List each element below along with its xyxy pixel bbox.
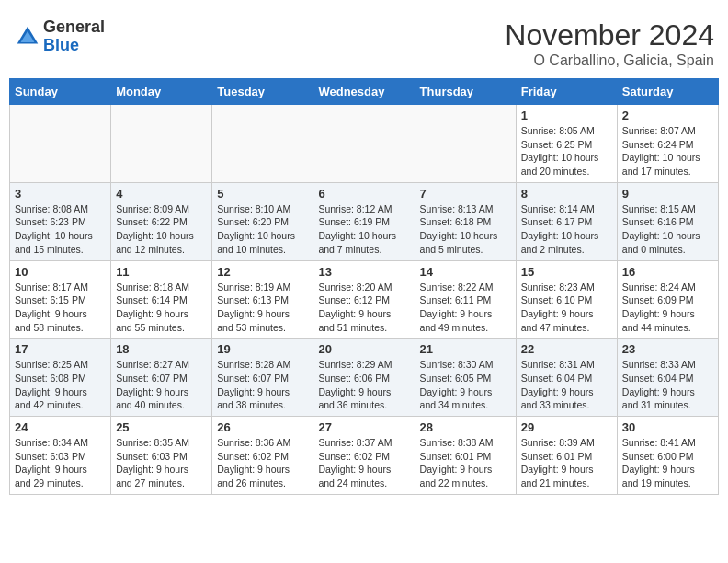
- calendar-cell: 27Sunrise: 8:37 AM Sunset: 6:02 PM Dayli…: [313, 417, 415, 495]
- calendar-cell: [415, 105, 516, 183]
- calendar-cell: 7Sunrise: 8:13 AM Sunset: 6:18 PM Daylig…: [415, 182, 516, 260]
- week-row-2: 3Sunrise: 8:08 AM Sunset: 6:23 PM Daylig…: [10, 182, 719, 260]
- calendar-cell: 22Sunrise: 8:31 AM Sunset: 6:04 PM Dayli…: [516, 339, 617, 417]
- day-info: Sunrise: 8:22 AM Sunset: 6:11 PM Dayligh…: [420, 281, 511, 335]
- day-info: Sunrise: 8:12 AM Sunset: 6:19 PM Dayligh…: [318, 202, 409, 257]
- week-row-3: 10Sunrise: 8:17 AM Sunset: 6:15 PM Dayli…: [10, 260, 719, 339]
- calendar-cell: 17Sunrise: 8:25 AM Sunset: 6:08 PM Dayli…: [10, 339, 111, 417]
- day-info: Sunrise: 8:27 AM Sunset: 6:07 PM Dayligh…: [116, 358, 207, 412]
- day-info: Sunrise: 8:25 AM Sunset: 6:08 PM Dayligh…: [15, 358, 106, 412]
- day-number: 1: [521, 109, 612, 122]
- logo-text: General Blue: [43, 18, 105, 55]
- title-section: November 2024 O Carballino, Galicia, Spa…: [505, 18, 714, 69]
- day-number: 11: [116, 265, 207, 279]
- logo-icon: [14, 23, 41, 51]
- day-info: Sunrise: 8:17 AM Sunset: 6:15 PM Dayligh…: [15, 281, 106, 335]
- location: O Carballino, Galicia, Spain: [505, 52, 714, 69]
- weekday-header-monday: Monday: [111, 79, 212, 105]
- day-info: Sunrise: 8:37 AM Sunset: 6:02 PM Dayligh…: [318, 436, 409, 490]
- weekday-header-wednesday: Wednesday: [313, 79, 415, 105]
- day-number: 4: [116, 187, 207, 201]
- day-info: Sunrise: 8:14 AM Sunset: 6:17 PM Dayligh…: [521, 202, 612, 257]
- calendar-cell: 15Sunrise: 8:23 AM Sunset: 6:10 PM Dayli…: [516, 260, 617, 339]
- day-info: Sunrise: 8:23 AM Sunset: 6:10 PM Dayligh…: [521, 281, 612, 335]
- calendar-cell: 25Sunrise: 8:35 AM Sunset: 6:03 PM Dayli…: [111, 417, 212, 495]
- day-info: Sunrise: 8:29 AM Sunset: 6:06 PM Dayligh…: [318, 358, 409, 412]
- calendar-cell: 26Sunrise: 8:36 AM Sunset: 6:02 PM Dayli…: [212, 417, 313, 495]
- day-number: 20: [318, 342, 409, 356]
- day-info: Sunrise: 8:20 AM Sunset: 6:12 PM Dayligh…: [318, 281, 409, 335]
- day-number: 13: [318, 265, 409, 279]
- day-info: Sunrise: 8:07 AM Sunset: 6:24 PM Dayligh…: [622, 124, 713, 178]
- calendar-cell: 2Sunrise: 8:07 AM Sunset: 6:24 PM Daylig…: [617, 105, 718, 183]
- day-info: Sunrise: 8:30 AM Sunset: 6:05 PM Dayligh…: [420, 358, 511, 412]
- week-row-4: 17Sunrise: 8:25 AM Sunset: 6:08 PM Dayli…: [10, 339, 719, 417]
- day-number: 17: [15, 342, 106, 356]
- day-number: 18: [116, 342, 207, 356]
- calendar-cell: 3Sunrise: 8:08 AM Sunset: 6:23 PM Daylig…: [10, 182, 111, 260]
- day-info: Sunrise: 8:34 AM Sunset: 6:03 PM Dayligh…: [15, 436, 106, 490]
- page-header: General Blue November 2024 O Carballino,…: [9, 9, 719, 74]
- day-number: 2: [622, 109, 713, 122]
- day-number: 28: [420, 420, 511, 434]
- day-info: Sunrise: 8:35 AM Sunset: 6:03 PM Dayligh…: [116, 436, 207, 490]
- day-number: 9: [622, 187, 713, 201]
- weekday-header-thursday: Thursday: [415, 79, 516, 105]
- calendar-cell: 18Sunrise: 8:27 AM Sunset: 6:07 PM Dayli…: [111, 339, 212, 417]
- calendar-cell: 20Sunrise: 8:29 AM Sunset: 6:06 PM Dayli…: [313, 339, 415, 417]
- day-info: Sunrise: 8:09 AM Sunset: 6:22 PM Dayligh…: [116, 202, 207, 257]
- weekday-header-saturday: Saturday: [617, 79, 718, 105]
- calendar-cell: 1Sunrise: 8:05 AM Sunset: 6:25 PM Daylig…: [516, 105, 617, 183]
- calendar-cell: [313, 105, 415, 183]
- day-number: 30: [622, 420, 713, 434]
- day-number: 21: [420, 342, 511, 356]
- day-number: 27: [318, 420, 409, 434]
- day-number: 15: [521, 265, 612, 279]
- day-number: 10: [15, 265, 106, 279]
- day-info: Sunrise: 8:18 AM Sunset: 6:14 PM Dayligh…: [116, 281, 207, 335]
- calendar-cell: [212, 105, 313, 183]
- calendar-cell: 30Sunrise: 8:41 AM Sunset: 6:00 PM Dayli…: [617, 417, 718, 495]
- day-info: Sunrise: 8:33 AM Sunset: 6:04 PM Dayligh…: [622, 358, 713, 412]
- day-number: 5: [217, 187, 308, 201]
- weekday-header-sunday: Sunday: [10, 79, 111, 105]
- day-number: 6: [318, 187, 409, 201]
- day-number: 16: [622, 265, 713, 279]
- day-info: Sunrise: 8:28 AM Sunset: 6:07 PM Dayligh…: [217, 358, 308, 412]
- logo-blue: Blue: [43, 37, 105, 55]
- calendar-cell: 14Sunrise: 8:22 AM Sunset: 6:11 PM Dayli…: [415, 260, 516, 339]
- day-number: 8: [521, 187, 612, 201]
- calendar-cell: 21Sunrise: 8:30 AM Sunset: 6:05 PM Dayli…: [415, 339, 516, 417]
- calendar-cell: 4Sunrise: 8:09 AM Sunset: 6:22 PM Daylig…: [111, 182, 212, 260]
- day-number: 23: [622, 342, 713, 356]
- calendar-cell: 12Sunrise: 8:19 AM Sunset: 6:13 PM Dayli…: [212, 260, 313, 339]
- week-row-5: 24Sunrise: 8:34 AM Sunset: 6:03 PM Dayli…: [10, 417, 719, 495]
- weekday-header-tuesday: Tuesday: [212, 79, 313, 105]
- calendar-cell: [10, 105, 111, 183]
- logo-general: General: [43, 18, 105, 37]
- logo: General Blue: [14, 18, 105, 55]
- day-info: Sunrise: 8:13 AM Sunset: 6:18 PM Dayligh…: [420, 202, 511, 257]
- day-number: 22: [521, 342, 612, 356]
- day-number: 19: [217, 342, 308, 356]
- day-number: 14: [420, 265, 511, 279]
- day-info: Sunrise: 8:38 AM Sunset: 6:01 PM Dayligh…: [420, 436, 511, 490]
- calendar-cell: 8Sunrise: 8:14 AM Sunset: 6:17 PM Daylig…: [516, 182, 617, 260]
- calendar-cell: 5Sunrise: 8:10 AM Sunset: 6:20 PM Daylig…: [212, 182, 313, 260]
- weekday-header-friday: Friday: [516, 79, 617, 105]
- calendar-cell: 16Sunrise: 8:24 AM Sunset: 6:09 PM Dayli…: [617, 260, 718, 339]
- day-info: Sunrise: 8:36 AM Sunset: 6:02 PM Dayligh…: [217, 436, 308, 490]
- day-number: 12: [217, 265, 308, 279]
- day-number: 29: [521, 420, 612, 434]
- day-info: Sunrise: 8:41 AM Sunset: 6:00 PM Dayligh…: [622, 436, 713, 490]
- calendar-cell: 13Sunrise: 8:20 AM Sunset: 6:12 PM Dayli…: [313, 260, 415, 339]
- calendar-cell: 23Sunrise: 8:33 AM Sunset: 6:04 PM Dayli…: [617, 339, 718, 417]
- day-info: Sunrise: 8:10 AM Sunset: 6:20 PM Dayligh…: [217, 202, 308, 257]
- calendar-cell: 29Sunrise: 8:39 AM Sunset: 6:01 PM Dayli…: [516, 417, 617, 495]
- calendar-cell: 9Sunrise: 8:15 AM Sunset: 6:16 PM Daylig…: [617, 182, 718, 260]
- day-number: 3: [15, 187, 106, 201]
- day-info: Sunrise: 8:05 AM Sunset: 6:25 PM Dayligh…: [521, 124, 612, 178]
- weekday-header-row: SundayMondayTuesdayWednesdayThursdayFrid…: [10, 79, 719, 105]
- day-info: Sunrise: 8:39 AM Sunset: 6:01 PM Dayligh…: [521, 436, 612, 490]
- calendar-table: SundayMondayTuesdayWednesdayThursdayFrid…: [9, 78, 719, 495]
